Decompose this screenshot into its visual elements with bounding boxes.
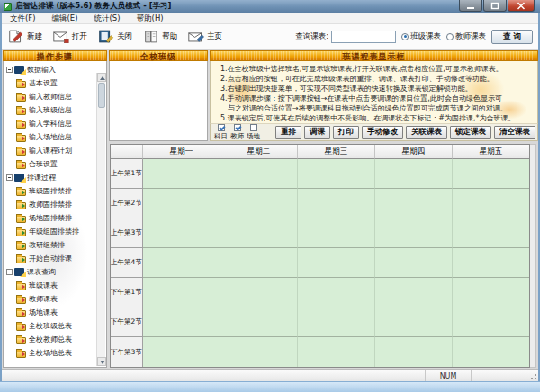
sidebar-item-teacher-timetable[interactable]: 教师课表	[4, 292, 106, 306]
timetable-cell[interactable]	[453, 218, 529, 248]
timetable-cell[interactable]	[375, 307, 453, 337]
query-radio-0[interactable]: 班级课表	[401, 31, 441, 42]
collapse-icon[interactable]	[6, 269, 13, 275]
timetable-cell[interactable]	[143, 337, 220, 367]
sidebar-group-data-input[interactable]: 数据输入	[4, 63, 106, 76]
sidebar-scrollbar[interactable]	[96, 73, 105, 366]
sidebar-item-start-auto-scheduling[interactable]: 开始自动排课	[4, 252, 106, 265]
menu-file[interactable]: 文件(F)	[2, 13, 44, 24]
scroll-down-icon[interactable]	[97, 357, 106, 366]
radio-icon	[401, 33, 409, 40]
timetable-cell[interactable]	[143, 159, 220, 189]
sidebar-item-school-teacher-summary[interactable]: 全校教师总表	[4, 333, 106, 346]
timetable-cell[interactable]	[298, 189, 375, 218]
maximize-button[interactable]	[483, 0, 507, 12]
sidebar-item-basic-settings[interactable]: 基本设置	[4, 76, 106, 90]
query-search-button[interactable]: 查 询	[491, 30, 533, 44]
timetable-cell[interactable]	[453, 307, 529, 337]
timetable-cell[interactable]	[375, 248, 453, 278]
sidebar-item-class-fixed-forbidden[interactable]: 班级固排禁排	[4, 184, 106, 198]
timetable-cell[interactable]	[298, 218, 375, 248]
timetable-cell[interactable]	[453, 278, 529, 307]
timetable-scrollbar[interactable]	[530, 144, 536, 368]
sidebar-item-school-venue-summary[interactable]: 全校场地总表	[4, 346, 106, 360]
display-checkbox-0[interactable]: 科目	[213, 124, 229, 141]
folder-arrow-icon	[16, 135, 26, 142]
timetable-cell[interactable]	[298, 159, 375, 189]
timetable-cell[interactable]	[298, 307, 375, 337]
timetable-cell[interactable]	[375, 337, 453, 367]
help-button[interactable]: 帮助	[142, 29, 177, 44]
timetable-cell[interactable]	[298, 337, 375, 367]
home-button[interactable]: 主页	[187, 29, 222, 44]
menu-help[interactable]: 帮助(H)	[129, 13, 172, 24]
scroll-up-icon[interactable]	[97, 73, 106, 82]
timetable-cell[interactable]	[453, 337, 529, 367]
sidebar-item-input-class-info[interactable]: 输入班级信息	[4, 103, 106, 117]
timetable-cell[interactable]	[453, 248, 529, 278]
adjust-course-button[interactable]: 调课	[304, 126, 330, 139]
new-button[interactable]: 新建	[7, 29, 42, 44]
class-list[interactable]	[109, 61, 208, 141]
timetable-cell[interactable]	[375, 159, 453, 189]
sidebar-item-label: 教师固排禁排	[29, 200, 72, 209]
timetable-cell[interactable]	[375, 218, 453, 248]
collapse-icon[interactable]	[6, 67, 13, 73]
sidebar-item-school-class-summary[interactable]: 全校班级总表	[4, 319, 106, 333]
timetable-cell[interactable]	[143, 189, 220, 218]
timetable-cell[interactable]	[220, 278, 298, 307]
query-input[interactable]	[331, 31, 396, 43]
menu-statistics[interactable]: 统计(S)	[86, 13, 129, 24]
menu-edit[interactable]: 编辑(E)	[44, 13, 86, 24]
collapse-icon[interactable]	[6, 174, 13, 181]
timetable-cell[interactable]	[143, 218, 220, 248]
sidebar-item-class-timetable[interactable]: 班级课表	[4, 279, 106, 292]
sidebar-item-teacher-fixed-forbidden[interactable]: 教师固排禁排	[4, 198, 106, 211]
display-checkbox-2[interactable]: 场地	[246, 124, 261, 141]
close-file-button[interactable]: 关闭	[97, 29, 132, 44]
sidebar-item-combined-class-settings[interactable]: 合班设置	[4, 157, 106, 171]
notebook-icon	[14, 66, 24, 74]
display-checkbox-1[interactable]: 教师	[230, 124, 245, 141]
sidebar-group-scheduling-process[interactable]: 排课过程	[4, 171, 106, 184]
query-radio-1[interactable]: 教师课表	[446, 31, 486, 42]
manual-modify-button[interactable]: 手动修改	[362, 126, 403, 139]
open-button[interactable]: 打开	[52, 29, 87, 44]
timetable-cell[interactable]	[220, 159, 298, 189]
minimize-button[interactable]	[459, 0, 482, 12]
num-indicator: NUM	[425, 370, 472, 381]
sidebar-item-research-group-forbidden[interactable]: 教研组禁排	[4, 238, 106, 252]
sidebar-item-venue-timetable[interactable]: 场地课表	[4, 306, 106, 319]
timetable-cell[interactable]	[143, 307, 220, 337]
sidebar-item-grade-group-fixed-forbidden[interactable]: 年级组固排禁排	[4, 225, 106, 238]
sidebar-item-input-teacher-info[interactable]: 输入教师信息	[4, 90, 106, 103]
clear-timetable-button[interactable]: 清空课表	[494, 126, 536, 139]
timetable-cell[interactable]	[220, 307, 298, 337]
sidebar-item-input-course-plan[interactable]: 输入课程计划	[4, 144, 106, 157]
linked-timetable-button[interactable]: 关联课表	[406, 126, 447, 139]
close-file-button-label: 关闭	[117, 31, 132, 42]
print-button[interactable]: 打印	[333, 126, 359, 139]
timetable-cell[interactable]	[220, 248, 298, 278]
timetable-cell[interactable]	[143, 278, 220, 307]
timetable-cell[interactable]	[453, 189, 529, 218]
timetable-cell[interactable]	[375, 189, 453, 218]
sidebar-item-input-subject-info[interactable]: 输入学科信息	[4, 117, 106, 130]
resize-grip[interactable]	[528, 371, 537, 380]
sidebar-group-timetable-query[interactable]: 课表查询	[4, 265, 106, 279]
timetable-cell[interactable]	[298, 278, 375, 307]
timetable-cell[interactable]	[220, 189, 298, 218]
sidebar-group-label: 排课过程	[27, 173, 56, 183]
rearrange-button[interactable]: 重排	[275, 126, 302, 139]
timetable-cell[interactable]	[375, 278, 453, 307]
timetable-cell[interactable]	[298, 248, 375, 278]
close-button[interactable]	[508, 0, 535, 12]
sidebar-item-venue-fixed-forbidden[interactable]: 场地固排禁排	[4, 211, 106, 225]
timetable-cell[interactable]	[220, 337, 298, 367]
scrollbar-thumb[interactable]	[98, 83, 105, 108]
timetable-cell[interactable]	[220, 218, 298, 248]
lock-timetable-button[interactable]: 锁定课表	[450, 126, 491, 139]
timetable-cell[interactable]	[453, 159, 529, 189]
timetable-cell[interactable]	[143, 248, 220, 278]
sidebar-item-input-venue-info[interactable]: 输入场地信息	[4, 130, 106, 144]
